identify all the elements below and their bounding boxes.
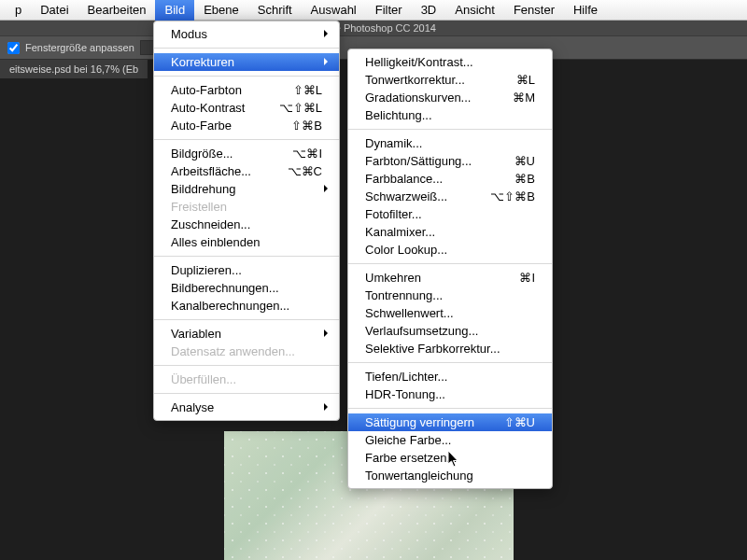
menu-korrekturen: Helligkeit/Kontrast...Tonwertkorrektur..… bbox=[347, 49, 553, 489]
menu-korrekturen-item[interactable]: HDR-Tonung... bbox=[348, 385, 552, 403]
menu-bild-item: Datensatz anwenden... bbox=[154, 343, 339, 360]
menubar-item-ebene[interactable]: Ebene bbox=[194, 0, 248, 21]
menu-item-label: Modus bbox=[171, 27, 207, 41]
menu-item-label: Zuschneiden... bbox=[171, 217, 250, 231]
menu-bild-item[interactable]: Bildgröße...⌥⌘I bbox=[154, 145, 339, 162]
menu-item-label: Farbe ersetzen... bbox=[365, 451, 457, 465]
menubar-item-fenster[interactable]: Fenster bbox=[504, 0, 564, 21]
menu-bild-item[interactable]: Modus bbox=[154, 25, 339, 43]
menubar-item-schrift[interactable]: Schrift bbox=[248, 0, 302, 21]
menu-korrekturen-item[interactable]: Sättigung verringern⇧⌘U bbox=[348, 413, 552, 431]
menu-item-shortcut: ⇧⌘U bbox=[482, 415, 535, 429]
menu-bild-item[interactable]: Alles einblenden bbox=[154, 233, 339, 251]
menu-item-shortcut: ⇧⌘L bbox=[271, 83, 322, 97]
menu-item-label: Kanalmixer... bbox=[365, 225, 435, 239]
menu-bild-item[interactable]: Arbeitsfläche...⌥⌘C bbox=[154, 162, 339, 180]
menu-item-label: Auto-Kontrast bbox=[171, 101, 246, 115]
menu-item-label: Sättigung verringern bbox=[365, 415, 474, 429]
menu-korrekturen-item[interactable]: Selektive Farbkorrektur... bbox=[348, 340, 552, 357]
menubar-item-auswahl[interactable]: Auswahl bbox=[302, 0, 366, 21]
menu-korrekturen-item[interactable]: Verlaufsumsetzung... bbox=[348, 322, 552, 340]
menu-korrekturen-item[interactable]: Gleiche Farbe... bbox=[348, 431, 552, 449]
menu-item-shortcut: ⌥⌘C bbox=[265, 164, 322, 178]
menubar-item-hilfe[interactable]: Hilfe bbox=[564, 0, 607, 21]
menu-item-label: HDR-Tonung... bbox=[365, 387, 445, 401]
menu-korrekturen-item[interactable]: Gradationskurven...⌘M bbox=[348, 89, 552, 106]
menu-item-label: Gradationskurven... bbox=[365, 91, 471, 105]
menu-bild-item[interactable]: Bilddrehung bbox=[154, 180, 339, 198]
menu-korrekturen-item[interactable]: Tiefen/Lichter... bbox=[348, 368, 552, 385]
menu-korrekturen-item[interactable]: Color Lookup... bbox=[348, 241, 552, 259]
menu-bild-item[interactable]: Analyse bbox=[154, 399, 339, 416]
menu-bild-item[interactable]: Auto-Farbe⇧⌘B bbox=[154, 117, 339, 134]
fit-window-label: Fenstergröße anpassen bbox=[25, 42, 134, 53]
menu-item-label: Tonwertangleichung bbox=[365, 469, 473, 483]
menubar-item-bearbeiten[interactable]: Bearbeiten bbox=[78, 0, 156, 21]
menubar-item-bild[interactable]: Bild bbox=[155, 0, 194, 21]
menu-korrekturen-item[interactable]: Helligkeit/Kontrast... bbox=[348, 53, 552, 71]
menu-item-label: Auto-Farbe bbox=[171, 119, 232, 133]
menu-item-label: Alles einblenden bbox=[171, 235, 260, 249]
menu-item-label: Bildberechnungen... bbox=[171, 281, 279, 295]
menu-korrekturen-item[interactable]: Farbe ersetzen... bbox=[348, 449, 552, 467]
menu-bild-item[interactable]: Auto-Farbton⇧⌘L bbox=[154, 81, 339, 99]
menu-korrekturen-item[interactable]: Fotofilter... bbox=[348, 205, 552, 223]
menu-item-label: Farbbalance... bbox=[365, 172, 443, 186]
menu-item-label: Color Lookup... bbox=[365, 243, 447, 257]
menu-korrekturen-item[interactable]: Umkehren⌘I bbox=[348, 269, 552, 287]
menu-korrekturen-item[interactable]: Tontrennung... bbox=[348, 287, 552, 304]
menu-item-label: Fotofilter... bbox=[365, 207, 422, 221]
menubar-item-p[interactable]: p bbox=[6, 0, 31, 21]
menu-korrekturen-item[interactable]: Schwarzweiß...⌥⇧⌘B bbox=[348, 188, 552, 205]
menu-korrekturen-item[interactable]: Tonwertangleichung bbox=[348, 467, 552, 484]
menubar-item-datei[interactable]: Datei bbox=[31, 0, 78, 21]
menu-item-label: Umkehren bbox=[365, 271, 421, 285]
menubar-item-ansicht[interactable]: Ansicht bbox=[445, 0, 504, 21]
menu-item-label: Auto-Farbton bbox=[171, 83, 242, 97]
menu-bild-item[interactable]: Variablen bbox=[154, 325, 339, 343]
menu-korrekturen-item[interactable]: Dynamik... bbox=[348, 134, 552, 152]
menu-item-label: Bildgröße... bbox=[171, 147, 233, 161]
menu-item-label: Variablen bbox=[171, 327, 221, 341]
menu-bild-item[interactable]: Duplizieren... bbox=[154, 261, 339, 279]
menu-korrekturen-item[interactable]: Kanalmixer... bbox=[348, 223, 552, 241]
menu-item-label: Schwarzweiß... bbox=[365, 189, 447, 203]
fit-window-checkbox[interactable] bbox=[7, 42, 20, 54]
menu-korrekturen-item[interactable]: Farbbalance...⌘B bbox=[348, 170, 552, 188]
menu-bild-item: Freistellen bbox=[154, 198, 339, 216]
menu-item-label: Schwellenwert... bbox=[365, 306, 454, 320]
menu-item-shortcut: ⌥⌘I bbox=[270, 147, 322, 161]
menu-korrekturen-item[interactable]: Tonwertkorrektur...⌘L bbox=[348, 71, 552, 89]
menu-korrekturen-item[interactable]: Belichtung... bbox=[348, 106, 552, 124]
menu-item-label: Dynamik... bbox=[365, 136, 422, 150]
menu-korrekturen-item[interactable]: Schwellenwert... bbox=[348, 304, 552, 322]
app-title: Adobe Photoshop CC 2014 bbox=[0, 21, 747, 35]
menu-bild-item[interactable]: Kanalberechnungen... bbox=[154, 297, 339, 315]
menu-item-label: Überfüllen... bbox=[171, 372, 236, 386]
menu-item-label: Duplizieren... bbox=[171, 263, 242, 277]
menu-item-shortcut: ⌘B bbox=[492, 172, 535, 186]
menu-bild-item[interactable]: Auto-Kontrast⌥⇧⌘L bbox=[154, 99, 339, 117]
document-tab[interactable]: eitsweise.psd bei 16,7% (Eb bbox=[0, 60, 148, 78]
menu-item-label: Korrekturen bbox=[171, 55, 234, 69]
menu-item-label: Helligkeit/Kontrast... bbox=[365, 55, 473, 69]
menu-item-label: Freistellen bbox=[171, 200, 227, 214]
menubar-item-3d[interactable]: 3D bbox=[412, 0, 446, 21]
menubar: pDateiBearbeitenBildEbeneSchriftAuswahlF… bbox=[0, 0, 747, 21]
menu-korrekturen-item[interactable]: Farbton/Sättigung...⌘U bbox=[348, 152, 552, 170]
menu-item-label: Belichtung... bbox=[365, 108, 432, 122]
menu-bild-item[interactable]: Bildberechnungen... bbox=[154, 279, 339, 297]
menu-item-shortcut: ⌥⇧⌘L bbox=[257, 101, 322, 115]
menu-item-label: Bilddrehung bbox=[171, 182, 235, 196]
menu-item-label: Selektive Farbkorrektur... bbox=[365, 342, 500, 356]
menu-item-label: Kanalberechnungen... bbox=[171, 299, 289, 313]
menu-bild-item[interactable]: Zuschneiden... bbox=[154, 216, 339, 233]
menubar-item-filter[interactable]: Filter bbox=[366, 0, 412, 21]
menu-item-label: Datensatz anwenden... bbox=[171, 344, 295, 358]
menu-item-shortcut: ⌥⇧⌘B bbox=[468, 189, 535, 203]
menu-item-label: Tonwertkorrektur... bbox=[365, 73, 465, 87]
menu-item-label: Tiefen/Lichter... bbox=[365, 370, 447, 384]
menu-item-label: Tontrennung... bbox=[365, 288, 443, 302]
menu-item-shortcut: ⌘I bbox=[497, 271, 535, 285]
menu-bild-item[interactable]: Korrekturen bbox=[154, 53, 339, 71]
